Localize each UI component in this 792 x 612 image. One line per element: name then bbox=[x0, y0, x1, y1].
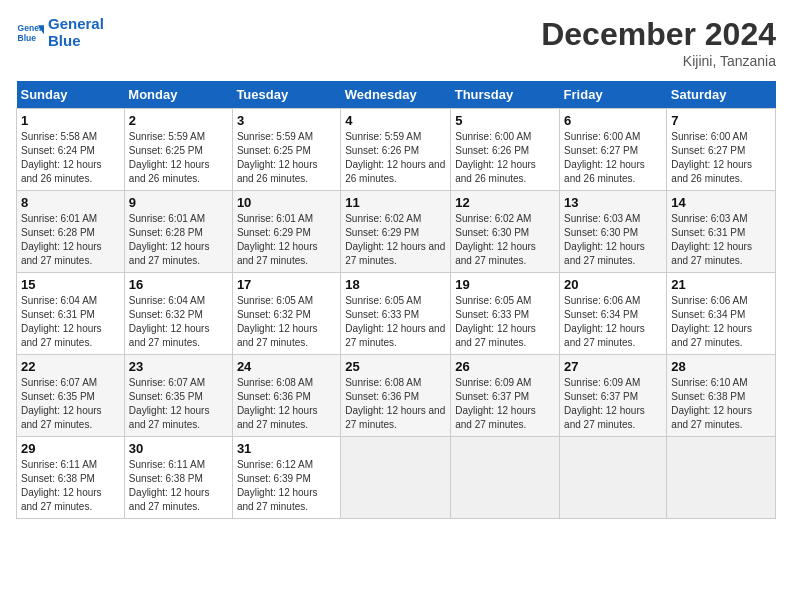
table-row bbox=[451, 437, 560, 519]
table-row: 5 Sunrise: 6:00 AMSunset: 6:26 PMDayligh… bbox=[451, 109, 560, 191]
logo: General Blue GeneralBlue bbox=[16, 16, 104, 49]
table-row: 18 Sunrise: 6:05 AMSunset: 6:33 PMDaylig… bbox=[341, 273, 451, 355]
table-row: 24 Sunrise: 6:08 AMSunset: 6:36 PMDaylig… bbox=[232, 355, 340, 437]
day-info: Sunrise: 6:09 AMSunset: 6:37 PMDaylight:… bbox=[564, 377, 645, 430]
table-row: 25 Sunrise: 6:08 AMSunset: 6:36 PMDaylig… bbox=[341, 355, 451, 437]
calendar-week-row: 1 Sunrise: 5:58 AMSunset: 6:24 PMDayligh… bbox=[17, 109, 776, 191]
day-number: 28 bbox=[671, 359, 771, 374]
day-number: 3 bbox=[237, 113, 336, 128]
day-info: Sunrise: 6:08 AMSunset: 6:36 PMDaylight:… bbox=[345, 377, 445, 430]
table-row: 16 Sunrise: 6:04 AMSunset: 6:32 PMDaylig… bbox=[124, 273, 232, 355]
day-number: 19 bbox=[455, 277, 555, 292]
day-info: Sunrise: 6:00 AMSunset: 6:27 PMDaylight:… bbox=[671, 131, 752, 184]
day-info: Sunrise: 6:10 AMSunset: 6:38 PMDaylight:… bbox=[671, 377, 752, 430]
calendar-table: Sunday Monday Tuesday Wednesday Thursday… bbox=[16, 81, 776, 519]
day-number: 15 bbox=[21, 277, 120, 292]
col-wednesday: Wednesday bbox=[341, 81, 451, 109]
day-info: Sunrise: 6:03 AMSunset: 6:30 PMDaylight:… bbox=[564, 213, 645, 266]
table-row: 31 Sunrise: 6:12 AMSunset: 6:39 PMDaylig… bbox=[232, 437, 340, 519]
day-info: Sunrise: 6:05 AMSunset: 6:32 PMDaylight:… bbox=[237, 295, 318, 348]
table-row: 9 Sunrise: 6:01 AMSunset: 6:28 PMDayligh… bbox=[124, 191, 232, 273]
calendar-week-row: 15 Sunrise: 6:04 AMSunset: 6:31 PMDaylig… bbox=[17, 273, 776, 355]
day-number: 11 bbox=[345, 195, 446, 210]
day-number: 29 bbox=[21, 441, 120, 456]
day-number: 18 bbox=[345, 277, 446, 292]
day-number: 21 bbox=[671, 277, 771, 292]
table-row: 7 Sunrise: 6:00 AMSunset: 6:27 PMDayligh… bbox=[667, 109, 776, 191]
table-row: 30 Sunrise: 6:11 AMSunset: 6:38 PMDaylig… bbox=[124, 437, 232, 519]
table-row: 13 Sunrise: 6:03 AMSunset: 6:30 PMDaylig… bbox=[560, 191, 667, 273]
table-row: 10 Sunrise: 6:01 AMSunset: 6:29 PMDaylig… bbox=[232, 191, 340, 273]
day-info: Sunrise: 5:59 AMSunset: 6:25 PMDaylight:… bbox=[129, 131, 210, 184]
day-info: Sunrise: 6:07 AMSunset: 6:35 PMDaylight:… bbox=[21, 377, 102, 430]
day-info: Sunrise: 6:04 AMSunset: 6:32 PMDaylight:… bbox=[129, 295, 210, 348]
day-info: Sunrise: 5:58 AMSunset: 6:24 PMDaylight:… bbox=[21, 131, 102, 184]
day-number: 30 bbox=[129, 441, 228, 456]
calendar-week-row: 29 Sunrise: 6:11 AMSunset: 6:38 PMDaylig… bbox=[17, 437, 776, 519]
table-row: 8 Sunrise: 6:01 AMSunset: 6:28 PMDayligh… bbox=[17, 191, 125, 273]
calendar-week-row: 8 Sunrise: 6:01 AMSunset: 6:28 PMDayligh… bbox=[17, 191, 776, 273]
table-row: 26 Sunrise: 6:09 AMSunset: 6:37 PMDaylig… bbox=[451, 355, 560, 437]
table-row bbox=[667, 437, 776, 519]
day-info: Sunrise: 6:06 AMSunset: 6:34 PMDaylight:… bbox=[564, 295, 645, 348]
table-row: 12 Sunrise: 6:02 AMSunset: 6:30 PMDaylig… bbox=[451, 191, 560, 273]
table-row: 15 Sunrise: 6:04 AMSunset: 6:31 PMDaylig… bbox=[17, 273, 125, 355]
day-info: Sunrise: 6:04 AMSunset: 6:31 PMDaylight:… bbox=[21, 295, 102, 348]
day-number: 9 bbox=[129, 195, 228, 210]
page-header: General Blue GeneralBlue December 2024 K… bbox=[16, 16, 776, 69]
col-monday: Monday bbox=[124, 81, 232, 109]
day-number: 6 bbox=[564, 113, 662, 128]
table-row: 2 Sunrise: 5:59 AMSunset: 6:25 PMDayligh… bbox=[124, 109, 232, 191]
day-number: 12 bbox=[455, 195, 555, 210]
svg-text:Blue: Blue bbox=[18, 32, 37, 42]
month-title: December 2024 bbox=[541, 16, 776, 53]
table-row: 11 Sunrise: 6:02 AMSunset: 6:29 PMDaylig… bbox=[341, 191, 451, 273]
title-block: December 2024 Kijini, Tanzania bbox=[541, 16, 776, 69]
day-info: Sunrise: 5:59 AMSunset: 6:25 PMDaylight:… bbox=[237, 131, 318, 184]
table-row: 14 Sunrise: 6:03 AMSunset: 6:31 PMDaylig… bbox=[667, 191, 776, 273]
table-row: 21 Sunrise: 6:06 AMSunset: 6:34 PMDaylig… bbox=[667, 273, 776, 355]
day-info: Sunrise: 6:11 AMSunset: 6:38 PMDaylight:… bbox=[129, 459, 210, 512]
day-info: Sunrise: 6:01 AMSunset: 6:28 PMDaylight:… bbox=[21, 213, 102, 266]
day-info: Sunrise: 6:05 AMSunset: 6:33 PMDaylight:… bbox=[455, 295, 536, 348]
day-info: Sunrise: 6:01 AMSunset: 6:28 PMDaylight:… bbox=[129, 213, 210, 266]
table-row: 23 Sunrise: 6:07 AMSunset: 6:35 PMDaylig… bbox=[124, 355, 232, 437]
table-row: 6 Sunrise: 6:00 AMSunset: 6:27 PMDayligh… bbox=[560, 109, 667, 191]
day-number: 27 bbox=[564, 359, 662, 374]
location: Kijini, Tanzania bbox=[541, 53, 776, 69]
day-info: Sunrise: 6:06 AMSunset: 6:34 PMDaylight:… bbox=[671, 295, 752, 348]
day-info: Sunrise: 6:03 AMSunset: 6:31 PMDaylight:… bbox=[671, 213, 752, 266]
table-row: 27 Sunrise: 6:09 AMSunset: 6:37 PMDaylig… bbox=[560, 355, 667, 437]
day-number: 14 bbox=[671, 195, 771, 210]
table-row: 28 Sunrise: 6:10 AMSunset: 6:38 PMDaylig… bbox=[667, 355, 776, 437]
day-info: Sunrise: 6:01 AMSunset: 6:29 PMDaylight:… bbox=[237, 213, 318, 266]
day-number: 20 bbox=[564, 277, 662, 292]
day-number: 22 bbox=[21, 359, 120, 374]
table-row: 3 Sunrise: 5:59 AMSunset: 6:25 PMDayligh… bbox=[232, 109, 340, 191]
day-info: Sunrise: 6:11 AMSunset: 6:38 PMDaylight:… bbox=[21, 459, 102, 512]
table-row: 4 Sunrise: 5:59 AMSunset: 6:26 PMDayligh… bbox=[341, 109, 451, 191]
day-number: 8 bbox=[21, 195, 120, 210]
day-info: Sunrise: 6:02 AMSunset: 6:29 PMDaylight:… bbox=[345, 213, 445, 266]
day-number: 26 bbox=[455, 359, 555, 374]
day-info: Sunrise: 6:00 AMSunset: 6:27 PMDaylight:… bbox=[564, 131, 645, 184]
col-saturday: Saturday bbox=[667, 81, 776, 109]
table-row bbox=[560, 437, 667, 519]
calendar-header-row: Sunday Monday Tuesday Wednesday Thursday… bbox=[17, 81, 776, 109]
logo-icon: General Blue bbox=[16, 19, 44, 47]
day-number: 24 bbox=[237, 359, 336, 374]
day-info: Sunrise: 6:08 AMSunset: 6:36 PMDaylight:… bbox=[237, 377, 318, 430]
day-number: 31 bbox=[237, 441, 336, 456]
table-row: 20 Sunrise: 6:06 AMSunset: 6:34 PMDaylig… bbox=[560, 273, 667, 355]
day-info: Sunrise: 6:09 AMSunset: 6:37 PMDaylight:… bbox=[455, 377, 536, 430]
day-number: 4 bbox=[345, 113, 446, 128]
day-number: 13 bbox=[564, 195, 662, 210]
col-tuesday: Tuesday bbox=[232, 81, 340, 109]
day-info: Sunrise: 5:59 AMSunset: 6:26 PMDaylight:… bbox=[345, 131, 445, 184]
table-row: 19 Sunrise: 6:05 AMSunset: 6:33 PMDaylig… bbox=[451, 273, 560, 355]
day-number: 23 bbox=[129, 359, 228, 374]
day-number: 10 bbox=[237, 195, 336, 210]
day-number: 2 bbox=[129, 113, 228, 128]
table-row: 29 Sunrise: 6:11 AMSunset: 6:38 PMDaylig… bbox=[17, 437, 125, 519]
calendar-week-row: 22 Sunrise: 6:07 AMSunset: 6:35 PMDaylig… bbox=[17, 355, 776, 437]
